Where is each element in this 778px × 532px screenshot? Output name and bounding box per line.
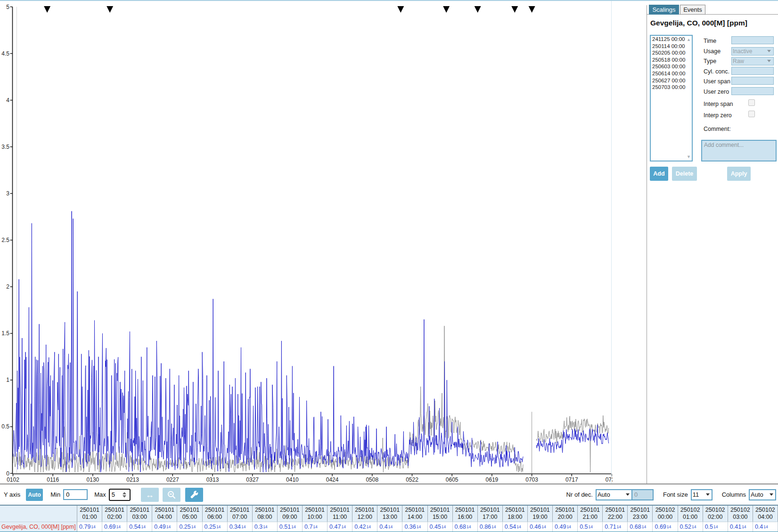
y-max-input[interactable] xyxy=(110,491,122,498)
nr-of-dec-select[interactable]: Auto xyxy=(596,489,632,500)
table-value-cell: 0.8614 xyxy=(478,522,503,532)
scaling-list-item[interactable]: 250627 00:00 xyxy=(651,77,692,84)
add-button[interactable]: Add xyxy=(650,167,668,181)
scaling-list-item[interactable]: 241125 00:00 xyxy=(651,36,692,43)
column-header-cell: 25010107:00 xyxy=(228,506,253,522)
apply-button[interactable]: Apply xyxy=(727,167,751,181)
page: 00.511.522.533.544.550102011601300213022… xyxy=(0,0,778,532)
scaling-list-item[interactable]: 250114 00:00 xyxy=(651,43,692,50)
scaling-marker-icon[interactable] xyxy=(475,6,481,13)
y-tick-label: 0.5 xyxy=(1,423,9,430)
x-tick-label: 0130 xyxy=(87,476,99,483)
x-tick-label: 0313 xyxy=(206,476,219,483)
column-header-cell: 25010102:00 xyxy=(102,506,127,522)
table-value-cell: 0.7914 xyxy=(77,522,102,532)
spinner-up-icon[interactable] xyxy=(123,492,126,494)
y-tick-label: 5 xyxy=(6,4,9,10)
table-value-cell: 0.6914 xyxy=(653,522,678,532)
scaling-list-item[interactable]: 250703 00:00 xyxy=(651,84,692,91)
cyl-conc-label: Cyl. conc. xyxy=(704,68,729,75)
table-value-cell: 0.314 xyxy=(253,522,278,532)
column-header-cell: 25010117:00 xyxy=(478,506,503,522)
settings-button[interactable] xyxy=(185,488,203,502)
scaling-list-item[interactable]: 250614 00:00 xyxy=(651,70,692,77)
max-spinner[interactable] xyxy=(123,492,126,498)
columns-select[interactable]: Auto xyxy=(749,489,776,500)
table-value-cell: 0.4614 xyxy=(528,522,553,532)
table-value-cell: 0.4114 xyxy=(728,522,753,532)
tab-scalings[interactable]: Scalings xyxy=(649,5,679,15)
cyl-conc-field[interactable] xyxy=(731,67,774,75)
x-tick-label: 0717 xyxy=(565,476,578,483)
type-select[interactable]: Raw xyxy=(731,57,774,65)
list-scroll-up-icon[interactable]: ▲ xyxy=(687,37,691,42)
y-axis-auto-button[interactable]: Auto xyxy=(26,489,43,501)
column-header-cell: 25010113:00 xyxy=(377,506,402,522)
table-value-cell: 0.514 xyxy=(703,522,728,532)
x-tick-label: 0116 xyxy=(47,476,59,483)
table-value-cell: 0.7114 xyxy=(603,522,628,532)
scaling-marker-icon[interactable] xyxy=(511,6,518,13)
table-value-cell: 0.4714 xyxy=(328,522,352,532)
type-label: Type xyxy=(704,58,716,64)
scaling-list-item[interactable]: 250518 00:00 xyxy=(651,56,692,64)
min-label: Min xyxy=(50,491,60,498)
table-value-cell: 0.5414 xyxy=(503,522,528,532)
user-zero-field[interactable] xyxy=(731,87,774,95)
scaling-marker-icon[interactable] xyxy=(397,6,404,13)
time-field[interactable] xyxy=(731,36,774,44)
y-tick-label: 4.5 xyxy=(1,50,9,57)
y-tick-label: 2.5 xyxy=(1,237,9,243)
comment-textarea[interactable] xyxy=(701,140,777,161)
nr-of-dec-label: Nr of dec. xyxy=(566,491,593,498)
x-tick-label: 0605 xyxy=(446,476,459,483)
scaling-list-item[interactable]: 250205 00:00 xyxy=(651,49,692,56)
table-value-cell: 0.2514 xyxy=(203,522,228,532)
y-tick-label: 2 xyxy=(6,283,9,290)
column-header-cell: 25010204:00 xyxy=(753,506,778,522)
table-value-cell: 0.6814 xyxy=(628,522,653,532)
scaling-marker-icon[interactable] xyxy=(529,6,535,13)
scaling-marker-icon[interactable] xyxy=(44,6,50,13)
spinner-down-icon[interactable] xyxy=(123,495,126,498)
column-header-cell: 25010111:00 xyxy=(328,506,352,522)
x-tick-label: 0213 xyxy=(126,476,139,483)
scaling-marker-icon[interactable] xyxy=(106,6,113,13)
column-header-cell: 25010115:00 xyxy=(428,506,453,522)
zoom-out-button[interactable] xyxy=(163,488,180,502)
chart-panel-divider xyxy=(611,1,612,484)
chart-area: 00.511.522.533.544.550102011601300213022… xyxy=(0,1,613,484)
table-value-cell: 0.6914 xyxy=(102,522,127,532)
zoom-out-icon xyxy=(167,490,176,500)
scalings-listbox[interactable]: 241125 00:00250114 00:00250205 00:002505… xyxy=(650,35,693,161)
x-tick-label: 0508 xyxy=(366,476,378,483)
fit-horizontal-button[interactable]: ↔ xyxy=(141,488,159,502)
scaling-list-item[interactable]: 250603 00:00 xyxy=(651,63,692,70)
x-tick-label: 0227 xyxy=(166,476,179,483)
list-scroll-down-icon[interactable]: ▼ xyxy=(687,154,691,159)
interp-zero-checkbox[interactable] xyxy=(748,111,755,117)
series-scaled xyxy=(13,211,609,473)
y-min-input[interactable] xyxy=(63,489,88,500)
y-max-input-wrap xyxy=(109,489,131,501)
table-value-cell: 0.714 xyxy=(303,522,328,532)
table-value-cell: 0.3414 xyxy=(228,522,253,532)
columns-label: Columns xyxy=(722,491,746,498)
column-header-cell: 25010116:00 xyxy=(453,506,478,522)
column-header-cell: 25010120:00 xyxy=(553,506,578,522)
column-header-cell: 25010200:00 xyxy=(653,506,678,522)
usage-select[interactable]: Inactive xyxy=(731,47,774,56)
interp-span-checkbox[interactable] xyxy=(748,99,755,106)
user-span-label: User span xyxy=(704,78,730,85)
delete-button[interactable]: Delete xyxy=(672,167,697,181)
table-row-label: Gevgelija, CO, 000[M] [ppm] xyxy=(0,522,77,532)
timeseries-chart[interactable]: 00.511.522.533.544.550102011601300213022… xyxy=(0,1,613,484)
font-size-select[interactable]: 11 xyxy=(691,489,712,500)
scaling-marker-icon[interactable] xyxy=(443,6,450,13)
nr-of-dec-value-input[interactable] xyxy=(632,489,654,500)
tab-events[interactable]: Events xyxy=(680,5,705,15)
column-header-cell: 25010202:00 xyxy=(703,506,728,522)
column-header-cell: 25010103:00 xyxy=(127,506,152,522)
table-value-cell: 0.5414 xyxy=(127,522,152,532)
user-span-field[interactable] xyxy=(731,77,774,85)
